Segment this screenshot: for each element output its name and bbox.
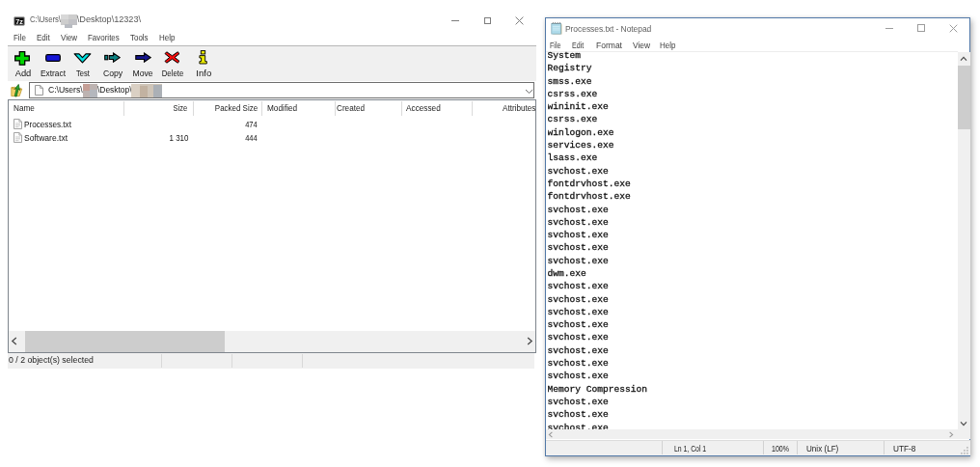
svg-text:7z: 7z: [15, 16, 23, 25]
